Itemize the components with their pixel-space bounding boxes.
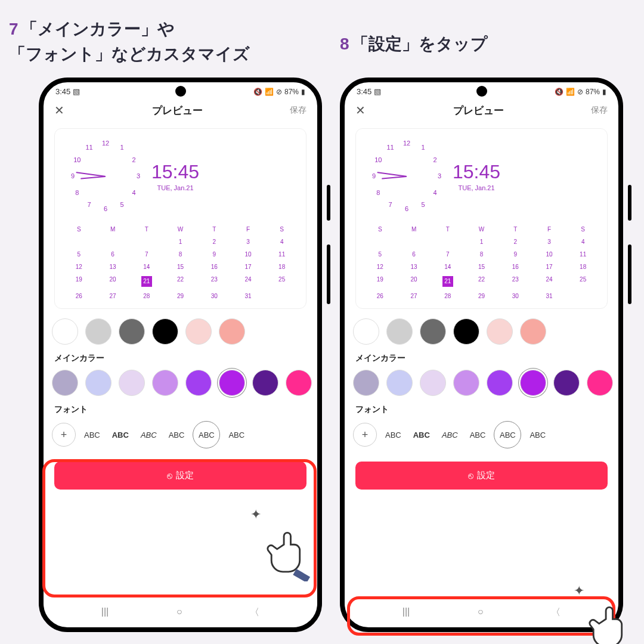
main-color-swatch[interactable] <box>453 370 479 396</box>
cal-date[interactable]: 20 <box>397 273 431 290</box>
main-color-swatch[interactable] <box>119 370 145 396</box>
cal-date[interactable]: 11 <box>265 248 299 261</box>
cal-date[interactable]: 15 <box>465 261 499 273</box>
cal-date[interactable]: 13 <box>397 261 431 273</box>
cal-date[interactable]: 17 <box>231 261 265 273</box>
cal-date[interactable] <box>129 236 163 248</box>
cal-date[interactable]: 30 <box>197 290 231 302</box>
cal-date[interactable] <box>265 290 299 302</box>
cal-date[interactable]: 24 <box>231 273 265 290</box>
cal-date[interactable]: 5 <box>62 248 96 261</box>
cal-date[interactable]: 18 <box>566 261 600 273</box>
bg-color-swatch[interactable] <box>353 318 379 345</box>
font-option[interactable]: ABC <box>137 431 160 439</box>
cal-date[interactable]: 22 <box>465 273 499 290</box>
cal-date[interactable]: 8 <box>163 248 197 261</box>
cal-date[interactable]: 25 <box>265 273 299 290</box>
cal-date[interactable] <box>566 290 600 302</box>
main-color-swatch[interactable] <box>353 370 379 396</box>
font-add-button[interactable]: + <box>353 423 377 447</box>
save-button[interactable]: 保存 <box>290 105 306 116</box>
home-icon[interactable]: ○ <box>478 606 484 619</box>
cal-date[interactable] <box>397 236 431 248</box>
main-color-swatch[interactable] <box>553 370 580 396</box>
cal-date[interactable]: 11 <box>566 248 600 261</box>
cal-date[interactable]: 6 <box>96 248 130 261</box>
cal-date[interactable]: 2 <box>499 236 532 248</box>
recent-icon[interactable]: ||| <box>101 606 109 619</box>
cal-date[interactable]: 27 <box>397 290 431 302</box>
cal-date[interactable]: 27 <box>96 290 130 302</box>
cal-date[interactable]: 7 <box>431 248 465 261</box>
main-color-swatch[interactable] <box>85 370 112 396</box>
cal-date[interactable]: 22 <box>163 273 197 290</box>
cal-date[interactable]: 7 <box>129 248 163 261</box>
font-option[interactable]: ABC <box>382 431 405 439</box>
cal-date[interactable]: 8 <box>465 248 499 261</box>
main-color-swatch[interactable] <box>52 370 78 396</box>
cal-date[interactable]: 31 <box>231 290 265 302</box>
main-color-swatch[interactable] <box>185 370 212 396</box>
font-option[interactable]: ABC <box>225 431 248 439</box>
cal-date[interactable]: 29 <box>465 290 499 302</box>
cal-date[interactable]: 25 <box>566 273 600 290</box>
main-color-swatch[interactable] <box>420 370 446 396</box>
cal-date[interactable]: 29 <box>163 290 197 302</box>
set-button[interactable]: ⎋設定 <box>355 462 608 490</box>
save-button[interactable]: 保存 <box>591 105 608 116</box>
main-color-swatch[interactable] <box>386 370 413 396</box>
bg-color-swatch[interactable] <box>520 318 546 345</box>
cal-date[interactable]: 6 <box>397 248 431 261</box>
main-color-swatch[interactable] <box>286 370 312 396</box>
main-color-swatch[interactable] <box>520 370 546 396</box>
font-option[interactable]: ABC <box>410 431 434 439</box>
bg-color-swatch[interactable] <box>85 318 112 345</box>
cal-date[interactable]: 14 <box>431 261 465 273</box>
cal-date[interactable]: 16 <box>197 261 231 273</box>
cal-date[interactable]: 23 <box>499 273 532 290</box>
cal-date[interactable] <box>62 236 96 248</box>
cal-date[interactable]: 28 <box>129 290 163 302</box>
font-option[interactable]: ABC <box>109 431 132 439</box>
cal-date[interactable]: 17 <box>532 261 566 273</box>
cal-date[interactable]: 24 <box>532 273 566 290</box>
cal-date[interactable] <box>96 236 130 248</box>
bg-color-swatch[interactable] <box>152 318 178 345</box>
cal-date[interactable]: 4 <box>265 236 299 248</box>
cal-date[interactable]: 26 <box>62 290 96 302</box>
font-option[interactable]: ABC <box>80 431 104 439</box>
main-color-swatch[interactable] <box>252 370 278 396</box>
cal-date[interactable]: 15 <box>163 261 197 273</box>
font-option[interactable]: ABC <box>466 431 490 439</box>
main-color-swatch[interactable] <box>487 370 513 396</box>
bg-color-swatch[interactable] <box>386 318 413 345</box>
cal-date[interactable]: 21 <box>431 273 465 290</box>
bg-color-swatch[interactable] <box>52 318 78 345</box>
bg-color-swatch[interactable] <box>453 318 479 345</box>
cal-date[interactable]: 12 <box>62 261 96 273</box>
main-color-swatch[interactable] <box>219 370 245 396</box>
cal-date[interactable]: 1 <box>163 236 197 248</box>
close-icon[interactable]: ✕ <box>54 103 64 117</box>
recent-icon[interactable]: ||| <box>402 606 410 619</box>
cal-date[interactable]: 16 <box>499 261 532 273</box>
cal-date[interactable]: 12 <box>363 261 397 273</box>
font-option[interactable]: ABC <box>526 431 549 439</box>
cal-date[interactable]: 19 <box>363 273 397 290</box>
cal-date[interactable]: 20 <box>96 273 130 290</box>
cal-date[interactable]: 28 <box>431 290 465 302</box>
cal-date[interactable]: 19 <box>62 273 96 290</box>
cal-date[interactable]: 3 <box>231 236 265 248</box>
bg-color-swatch[interactable] <box>119 318 145 345</box>
bg-color-swatch[interactable] <box>185 318 212 345</box>
font-add-button[interactable]: + <box>52 423 76 447</box>
bg-color-swatch[interactable] <box>487 318 513 345</box>
set-button[interactable]: ⎋設定 <box>54 462 306 490</box>
cal-date[interactable]: 31 <box>532 290 566 302</box>
cal-date[interactable]: 23 <box>197 273 231 290</box>
bg-color-swatch[interactable] <box>219 318 245 345</box>
cal-date[interactable]: 10 <box>231 248 265 261</box>
cal-date[interactable]: 3 <box>532 236 566 248</box>
bg-color-swatch[interactable] <box>420 318 446 345</box>
cal-date[interactable]: 13 <box>96 261 130 273</box>
